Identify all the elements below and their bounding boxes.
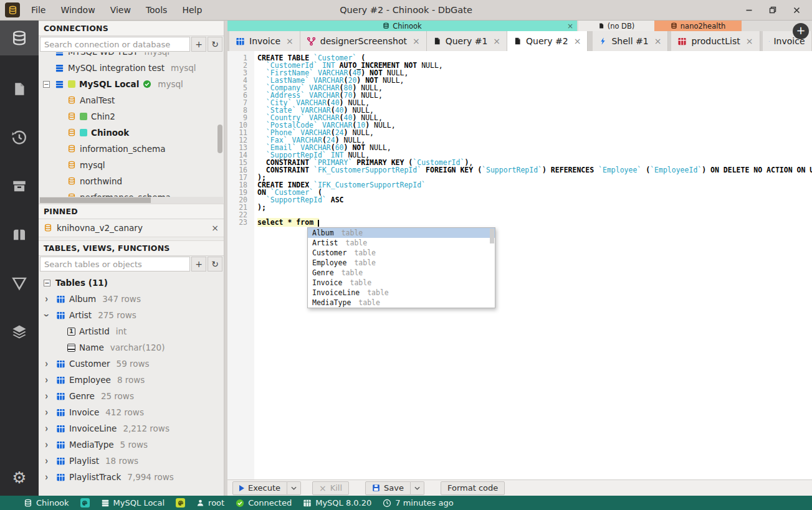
tables-search-input[interactable] (40, 257, 190, 272)
chevron-right-icon[interactable]: › (45, 471, 48, 483)
menu-file[interactable]: File (25, 2, 52, 17)
chevron-right-icon[interactable]: › (45, 406, 48, 418)
database-item[interactable]: northwind (39, 173, 224, 189)
restore-button[interactable] (766, 3, 780, 17)
tab-product-list[interactable]: productList× (671, 31, 760, 51)
table-row[interactable]: ›InvoiceLine2,212 rows (39, 420, 224, 437)
chevron-right-icon[interactable]: › (45, 357, 48, 370)
save-dropdown-button[interactable] (411, 481, 424, 495)
close-group-icon[interactable]: × (567, 22, 573, 31)
database-icon (67, 128, 76, 137)
connection-search-input[interactable] (40, 37, 190, 52)
kill-button[interactable]: ×Kill (312, 481, 349, 495)
chevron-right-icon[interactable]: › (45, 390, 48, 402)
popup-scrollbar[interactable] (490, 229, 494, 243)
unpin-close-icon[interactable]: × (211, 223, 219, 233)
refresh-connections-icon[interactable]: ↻ (208, 37, 222, 52)
rail-layers-icon[interactable] (0, 314, 39, 349)
database-item[interactable]: information_schema (39, 141, 224, 157)
rail-archive-icon[interactable] (0, 169, 39, 204)
autocomplete-item[interactable]: Customertable (308, 248, 495, 258)
connection-item[interactable]: MySQL integration testmysql (39, 60, 224, 76)
new-tab-button[interactable]: + (793, 23, 809, 39)
chevron-down-icon[interactable]: › (41, 314, 53, 317)
tab-designer-screenshot[interactable]: designerScreenshot× (300, 31, 427, 51)
autocomplete-item[interactable]: MediaTypetable (308, 298, 495, 308)
tables-group-row[interactable]: − Tables (11) (39, 275, 224, 291)
close-tab-icon[interactable]: × (746, 36, 753, 46)
connection-item-mysql-local[interactable]: − MySQL Local mysql (39, 76, 224, 92)
execute-button[interactable]: Execute (232, 481, 287, 495)
close-tab-icon[interactable]: × (654, 36, 662, 46)
table-row[interactable]: ›Album347 rows (39, 291, 224, 307)
close-tab-icon[interactable]: × (286, 36, 294, 46)
database-item[interactable]: Chin2 (39, 108, 224, 125)
tab-query-2[interactable]: Query #2× (507, 31, 588, 51)
chevron-right-icon[interactable]: › (45, 422, 48, 435)
close-window-button[interactable] (790, 3, 803, 17)
database-item[interactable]: mysql (39, 157, 224, 173)
autocomplete-item[interactable]: Genretable (308, 268, 495, 278)
table-row[interactable]: ›Customer59 rows (39, 356, 224, 372)
table-row[interactable]: ›Playlist18 rows (39, 453, 224, 469)
menu-window[interactable]: Window (54, 2, 101, 17)
table-row[interactable]: ›Invoice412 rows (39, 404, 224, 420)
close-tab-icon[interactable]: × (574, 36, 581, 46)
save-button[interactable]: Save (365, 481, 411, 495)
tab-group-nano2health[interactable]: nano2health (654, 21, 742, 31)
menu-tools[interactable]: Tools (140, 2, 174, 17)
database-item-clipped[interactable]: performance_schema (39, 189, 224, 197)
table-row[interactable]: ›Employee8 rows (39, 372, 224, 388)
menu-view[interactable]: View (104, 2, 137, 17)
autocomplete-item[interactable]: Artisttable (308, 238, 495, 248)
close-tab-icon[interactable]: × (493, 36, 500, 46)
menubar: File Window View Tools Help (25, 2, 208, 17)
collapse-icon[interactable]: − (44, 280, 50, 286)
tab-invoice[interactable]: Invoice× (229, 31, 300, 51)
autocomplete-item[interactable]: Employeetable (308, 258, 495, 268)
autocomplete-item[interactable]: Invoicetable (308, 278, 495, 288)
code-line: 23select * from (227, 219, 812, 226)
close-tab-icon[interactable]: × (413, 36, 420, 46)
database-icon (67, 96, 76, 105)
tab-group-chinook[interactable]: Chinook × (227, 21, 577, 31)
minimize-button[interactable] (742, 3, 756, 17)
connection-item-clipped[interactable]: MYSQL WD TESTmysql (39, 52, 224, 60)
database-item[interactable]: AnalTest (39, 92, 224, 108)
refresh-tables-icon[interactable]: ↻ (208, 257, 222, 272)
format-code-button[interactable]: Format code (441, 481, 505, 495)
collapse-icon[interactable]: − (43, 81, 50, 88)
tab-query-1[interactable]: Query #1× (427, 31, 507, 51)
table-icon (56, 295, 65, 304)
rail-history-icon[interactable] (0, 120, 39, 155)
vertical-scrollbar[interactable] (217, 125, 222, 153)
file-icon (433, 37, 441, 45)
rail-files-icon[interactable] (0, 72, 39, 106)
chevron-right-icon[interactable]: › (45, 293, 48, 305)
column-icon (67, 344, 75, 352)
pinned-item[interactable]: knihovna_v2_canary × (39, 219, 224, 237)
table-row[interactable]: ›Artist275 rows (39, 307, 224, 323)
rail-database-icon[interactable] (0, 21, 39, 55)
horizontal-scrollbar[interactable] (39, 197, 223, 204)
autocomplete-item[interactable]: Albumtable (308, 228, 495, 238)
table-row[interactable]: ›Genre25 rows (39, 388, 224, 404)
add-table-button[interactable]: + (191, 257, 206, 272)
chevron-right-icon[interactable]: › (45, 438, 48, 451)
tab-group-nodb[interactable]: (no DB) (578, 21, 654, 31)
table-row[interactable]: ›MediaType5 rows (39, 437, 224, 453)
column-row[interactable]: 1ArtistIdint (39, 323, 224, 339)
tab-shell-1[interactable]: Shell #1× (593, 31, 668, 51)
database-item-chinook[interactable]: Chinook (39, 125, 224, 141)
execute-dropdown-button[interactable] (287, 481, 301, 495)
add-connection-button[interactable]: + (191, 37, 206, 52)
settings-gear-icon[interactable]: ⚙ (12, 468, 26, 487)
chevron-right-icon[interactable]: › (45, 455, 48, 467)
column-row[interactable]: Namevarchar(120) (39, 339, 224, 356)
menu-help[interactable]: Help (176, 2, 208, 17)
rail-filter-icon[interactable] (0, 266, 39, 301)
rail-favorites-icon[interactable] (0, 217, 39, 252)
chevron-right-icon[interactable]: › (45, 374, 48, 386)
autocomplete-item[interactable]: InvoiceLinetable (308, 288, 495, 298)
table-row[interactable]: ›PlaylistTrack7,994 rows (39, 469, 224, 485)
